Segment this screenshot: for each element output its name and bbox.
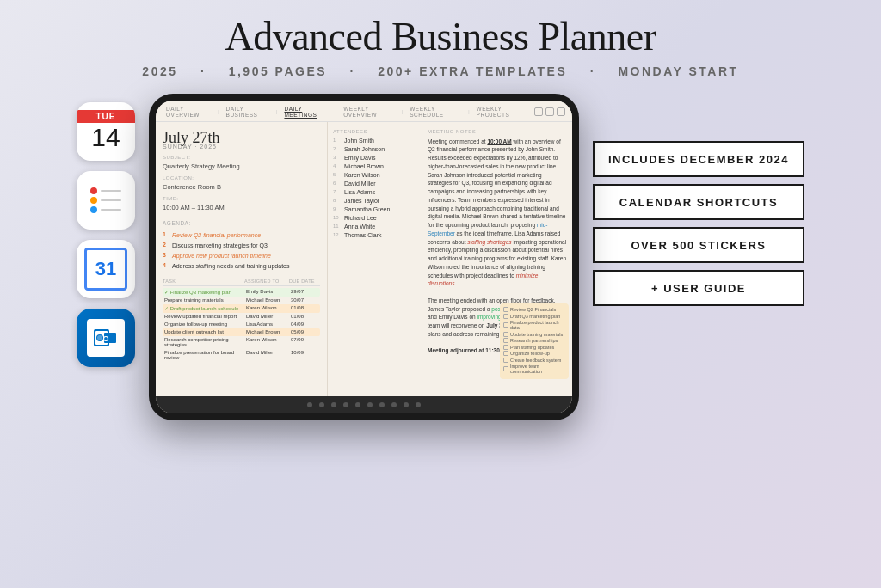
toolbar-icon-10 [416,402,421,407]
tablet-device: DAILY OVERVIEW | DAILY BUSINESS | DAILY … [149,94,579,420]
toolbar-icon-6 [367,402,373,407]
attendees-label: ATTENDEES [333,129,416,134]
attendee-list: 1John Smith 2Sarah Johnson 3Emily Davis … [333,138,416,238]
outlook-inner: O [87,319,125,357]
reminders-app-icon[interactable] [77,171,135,230]
check-3: Finalize product launch data [503,320,565,330]
app-icons-column: TUE 14 31 [77,94,135,367]
attendee-9: 9Samantha Green [333,206,416,212]
attendees-panel: ATTENDEES 1John Smith 2Sarah Johnson 3Em… [328,122,422,396]
nav-daily-business[interactable]: DAILY BUSINESS [223,104,273,119]
location-row: LOCATION: Conference Room B [163,175,320,191]
time-row: TIME: 10:00 AM – 11:30 AM [163,196,320,211]
time-label: TIME: [163,196,320,201]
main-title: Advanced Business Planner [0,15,881,59]
nav-weekly-schedule[interactable]: WEEKLY SCHEDULE [406,104,465,119]
notes-panel: MEETING NOTES Meeting commenced at 10:00… [422,122,572,396]
task-row-2: Prepare training materials Michael Brown… [163,297,320,304]
left-panel: July 27th SUNDAY · 2025 SUBJECT: Quarter… [156,122,328,396]
includes-december-label: INCLUDES DECEMBER 2024 [593,141,804,177]
check-9: Improve team communication [503,364,565,374]
attendee-12: 12Thomas Clark [333,232,416,238]
check-5: Research partnerships [503,338,565,343]
date-display: July 27th SUNDAY · 2025 [163,129,320,150]
task-row-8: Finalize presentation for board review D… [163,349,320,362]
attendee-5: 5Karen Wilson [333,172,416,178]
tablet-screen: DAILY OVERVIEW | DAILY BUSINESS | DAILY … [156,101,572,413]
notes-label: MEETING NOTES [428,129,567,134]
calendar-day: TUE [77,110,135,123]
tablet-frame: DAILY OVERVIEW | DAILY BUSINESS | DAILY … [149,94,579,420]
stickers-text: OVER 500 STICKERS [631,239,767,252]
subject-row: SUBJECT: Quarterly Strategy Meeting [163,155,320,170]
nav-daily-meetings[interactable]: DAILY MEETINGS [280,104,331,119]
attendee-2: 2Sarah Johnson [333,146,416,152]
attendee-7: 7Lisa Adams [333,189,416,195]
check-4: Update training materials [503,332,565,337]
reminder-dot-orange [90,197,121,204]
toolbar-icon-3 [331,402,336,407]
user-guide-label: + USER GUIDE [593,270,804,306]
outlook-app-icon[interactable]: O [77,309,135,367]
subtitle-year: 2025 [142,64,177,78]
attendee-3: 3Emily Davis [333,155,416,161]
task-row-4: Review updated financial report David Mi… [163,313,320,321]
calendar-shortcuts-label: CALENDAR SHORTCUTS [593,184,804,220]
toolbar-icon-8 [391,402,397,407]
subtitle-templates: 200+ EXTRA TEMPLATES [378,64,567,78]
nav-daily-overview[interactable]: DAILY OVERVIEW [163,104,214,119]
stickers-label: OVER 500 STICKERS [593,227,804,263]
agenda-item-1: 1 Review Q2 financial performance [163,231,320,239]
toolbar-icon-5 [355,402,360,407]
task-row-5: Organize follow-up meeting Lisa Adams 04… [163,321,320,328]
checklist-overlay: Review Q2 Financials Draft Q3 marketing … [500,303,569,379]
agenda-label: AGENDA: [163,220,320,226]
attendee-4: 4Michael Brown [333,163,416,169]
gcal-date: 31 [95,258,116,280]
toolbar-icon-2 [319,402,324,407]
check-8: Create feedback system [503,358,565,363]
right-labels: INCLUDES DECEMBER 2024 CALENDAR SHORTCUT… [593,94,804,306]
gcal-inner: 31 [84,248,127,291]
nav-icon-3 [557,107,565,116]
task-row-3: ✓ Draft product launch schedule Karen Wi… [163,304,320,313]
calendar-app-icon[interactable]: TUE 14 [77,102,135,161]
toolbar-icon-9 [404,402,409,407]
reminder-dot-red [90,187,121,194]
attendee-11: 11Anna White [333,224,416,230]
google-calendar-app-icon[interactable]: 31 [77,240,135,298]
subtitle: 2025 · 1,905 PAGES · 200+ EXTRA TEMPLATE… [0,64,881,78]
includes-december-text: INCLUDES DECEMBER 2024 [608,153,789,166]
location-value: Conference Room B [163,183,320,191]
outlook-logo-icon: O [92,324,120,352]
nav-icon-2 [545,107,554,116]
task-col-assigned: ASSIGNED TO [244,279,287,284]
nav-weekly-overview[interactable]: WEEKLY OVERVIEW [340,104,398,119]
check-7: Organize follow-up [503,351,565,356]
reminder-dot-blue [90,206,121,213]
agenda-item-3: 3 Approve new product launch timeline [163,252,320,260]
date-sub: SUNDAY · 2025 [163,144,320,150]
task-col-task: TASK [163,279,243,284]
toolbar-icon-4 [343,402,348,407]
calendar-shortcuts-text: CALENDAR SHORTCUTS [619,196,778,209]
user-guide-text: + USER GUIDE [651,282,746,295]
subtitle-pages: 1,905 PAGES [229,64,327,78]
subtitle-start: MONDAY START [618,64,738,78]
nav-weekly-projects[interactable]: WEEKLY PROJECTS [473,104,531,119]
nav-icons [534,107,565,116]
task-col-due: DUE DATE [289,279,320,284]
nav-icon-1 [534,107,543,116]
check-2: Draft Q3 marketing plan [503,314,565,319]
agenda-item-2: 2 Discuss marketing strategies for Q3 [163,242,320,249]
attendee-1: 1John Smith [333,138,416,144]
task-table: TASK ASSIGNED TO DUE DATE ✓ Finalize Q3 … [163,279,320,362]
check-1: Review Q2 Financials [503,307,565,312]
task-row-1: ✓ Finalize Q3 marketing plan Emily Davis… [163,288,320,297]
svg-text:O: O [102,334,108,343]
tablet-toolbar [156,396,572,413]
attendee-8: 8James Taylor [333,198,416,204]
location-label: LOCATION: [163,175,320,181]
content-area: TUE 14 31 [0,94,881,420]
time-value: 10:00 AM – 11:30 AM [163,204,320,211]
